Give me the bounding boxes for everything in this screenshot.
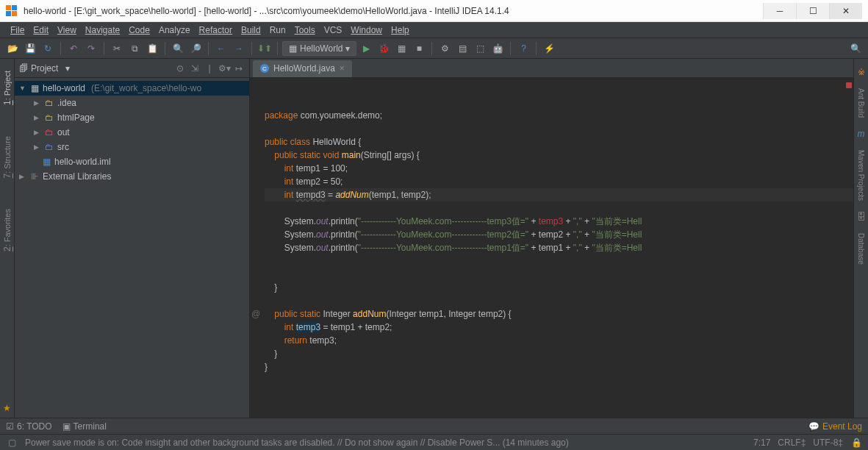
tree-item-iml[interactable]: ▦ hello-world.iml	[15, 154, 249, 169]
event-log-icon: 💬	[808, 421, 819, 432]
project-structure-icon[interactable]: ▤	[454, 40, 470, 57]
svg-rect-3	[12, 11, 17, 16]
chevron-down-icon: ▾	[345, 43, 350, 54]
run-config-label: HelloWorld	[300, 43, 342, 54]
power-save-icon[interactable]: ⚡	[541, 40, 557, 57]
paste-icon[interactable]: 📋	[144, 40, 160, 57]
hide-icon[interactable]: ↦	[233, 63, 245, 74]
build-icon[interactable]: ⬇⬆	[257, 40, 273, 57]
menu-edit[interactable]: Edit	[29, 24, 53, 37]
file-icon: ▦	[41, 157, 51, 167]
menu-run[interactable]: Run	[265, 24, 290, 37]
run-icon[interactable]: ▶	[358, 40, 374, 57]
tree-item-htmlpage[interactable]: ▶ 🗀 htmlPage	[15, 110, 249, 125]
menu-navigate[interactable]: Navigate	[81, 24, 124, 37]
menu-code[interactable]: Code	[124, 24, 154, 37]
error-stripe-icon[interactable]	[846, 82, 852, 88]
terminal-tab[interactable]: ▣ Terminal	[62, 421, 107, 432]
chevron-down-icon[interactable]: ▾	[65, 63, 70, 74]
main-toolbar: 📂 💾 ↻ ↶ ↷ ✂ ⧉ 📋 🔍 🔎 ← → ⬇⬆ ▦ HelloWorld …	[0, 38, 868, 59]
menu-help[interactable]: Help	[387, 24, 414, 37]
statusbar-toggle-icon[interactable]: ▢	[6, 437, 18, 449]
coverage-icon[interactable]: ▦	[393, 40, 409, 57]
help-icon[interactable]: ?	[515, 40, 531, 57]
menu-view[interactable]: View	[53, 24, 81, 37]
menu-refactor[interactable]: Refactor	[195, 24, 237, 37]
tree-item-idea[interactable]: ▶ 🗀 .idea	[15, 96, 249, 110]
collapse-arrow-icon[interactable]: ▶	[34, 129, 41, 136]
tree-item-src[interactable]: ▶ 🗀 src	[15, 140, 249, 154]
event-log-tab[interactable]: 💬 Event Log	[808, 421, 862, 432]
replace-icon[interactable]: 🔎	[187, 40, 204, 57]
line-separator[interactable]: CRLF‡	[778, 438, 806, 448]
tree-item-out[interactable]: ▶ 🗀 out	[15, 125, 249, 140]
cursor-position[interactable]: 7:17	[753, 438, 770, 448]
run-config-icon: ▦	[289, 43, 297, 54]
project-panel-title: Project	[31, 63, 58, 74]
undo-icon[interactable]: ↶	[65, 40, 82, 57]
file-encoding[interactable]: UTF-8‡	[813, 438, 843, 448]
code-editor[interactable]: package com.youmeek.demo; public class H…	[250, 78, 853, 418]
cut-icon[interactable]: ✂	[109, 40, 125, 57]
maximize-button[interactable]: ☐	[796, 3, 829, 19]
menu-vcs[interactable]: VCS	[320, 24, 347, 37]
settings-icon[interactable]: ⚙▾	[218, 63, 230, 74]
redo-icon[interactable]: ↷	[83, 40, 99, 57]
tree-item-label: .idea	[57, 98, 76, 108]
copy-icon[interactable]: ⧉	[126, 40, 143, 57]
todo-icon: ☑	[6, 421, 14, 432]
terminal-icon: ▣	[62, 421, 71, 432]
todo-tab[interactable]: ☑ 6: TODO	[6, 421, 52, 432]
editor-tab-label: HelloWorld.java	[273, 63, 335, 74]
save-all-icon[interactable]: 💾	[22, 40, 38, 57]
back-icon[interactable]: ←	[213, 40, 229, 57]
close-button[interactable]: ✕	[829, 3, 862, 19]
expand-arrow-icon[interactable]: ▼	[19, 85, 26, 92]
collapse-arrow-icon[interactable]: ▶	[34, 143, 41, 151]
stop-icon[interactable]: ■	[411, 40, 427, 57]
favorites-tool-tab[interactable]: 2: Favorites	[1, 204, 14, 256]
left-tool-tabs: 1: Project 7: Structure 2: Favorites ★	[0, 59, 15, 418]
menu-analyze[interactable]: Analyze	[154, 24, 195, 37]
favorites-star-icon[interactable]: ★	[1, 399, 12, 418]
maven-projects-tab[interactable]: Maven Projects	[856, 146, 867, 205]
collapse-arrow-icon[interactable]: ▶	[34, 114, 41, 121]
scroll-from-source-icon[interactable]: ⊙	[174, 63, 186, 74]
lock-icon[interactable]: 🔒	[850, 437, 862, 449]
tree-external-libraries[interactable]: ▶ ⊪ External Libraries	[15, 169, 249, 184]
find-icon[interactable]: 🔍	[170, 40, 186, 57]
window-title: hello-world - [E:\git_work_space\hello-w…	[24, 6, 763, 16]
editor-tab-helloworld[interactable]: C HelloWorld.java ×	[253, 60, 352, 77]
project-tree[interactable]: ▼ ▦ hello-world (E:\git_work_space\hello…	[15, 78, 249, 418]
settings-icon[interactable]: ⚙	[437, 40, 453, 57]
close-tab-icon[interactable]: ×	[340, 63, 345, 74]
sdk-icon[interactable]: ⬚	[472, 40, 488, 57]
ant-build-tab[interactable]: Ant Build	[856, 84, 867, 122]
database-tab[interactable]: Database	[856, 229, 867, 269]
debug-icon[interactable]: 🐞	[376, 40, 392, 57]
android-icon[interactable]: 🤖	[489, 40, 506, 57]
menu-build[interactable]: Build	[237, 24, 265, 37]
tree-root-label: hello-world	[43, 83, 85, 93]
editor-tabs: C HelloWorld.java ×	[250, 59, 853, 78]
statusbar-message[interactable]: Power save mode is on: Code insight and …	[25, 438, 746, 448]
forward-icon[interactable]: →	[231, 40, 247, 57]
menu-window[interactable]: Window	[346, 24, 387, 37]
sync-icon[interactable]: ↻	[40, 40, 56, 57]
search-everywhere-icon[interactable]: 🔍	[847, 40, 864, 57]
run-configuration-dropdown[interactable]: ▦ HelloWorld ▾	[282, 41, 356, 56]
tree-root[interactable]: ▼ ▦ hello-world (E:\git_work_space\hello…	[15, 81, 249, 96]
collapse-all-icon[interactable]: ⇲	[189, 63, 201, 74]
tree-item-label: out	[57, 127, 70, 138]
structure-tool-tab[interactable]: 7: Structure	[1, 132, 14, 182]
folder-icon: 🗀	[44, 113, 54, 123]
collapse-arrow-icon[interactable]: ▶	[34, 99, 41, 107]
menu-file[interactable]: File	[6, 24, 29, 37]
project-tool-tab[interactable]: 1: Project	[1, 66, 14, 110]
collapse-arrow-icon[interactable]: ▶	[19, 173, 26, 180]
menu-tools[interactable]: Tools	[290, 24, 320, 37]
open-file-icon[interactable]: 📂	[4, 40, 21, 57]
gutter-override-icon[interactable]: @	[251, 307, 260, 321]
minimize-button[interactable]: ─	[763, 3, 796, 19]
libraries-icon: ⊪	[29, 171, 40, 182]
